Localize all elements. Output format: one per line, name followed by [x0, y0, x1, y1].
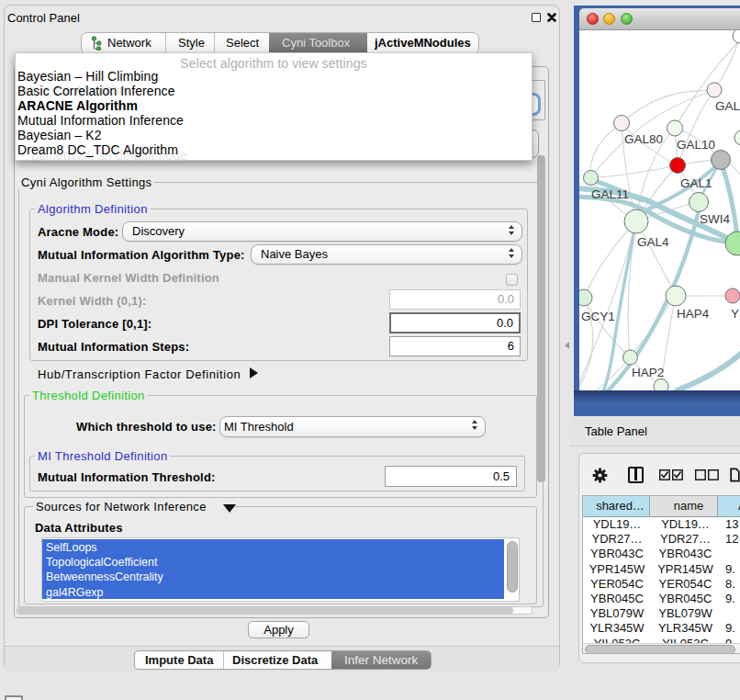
svg-text:GAL80: GAL80: [624, 132, 663, 146]
svg-text:SWI4: SWI4: [700, 212, 730, 226]
svg-text:HAP4: HAP4: [677, 307, 710, 321]
svg-text:GAL4: GAL4: [637, 235, 669, 249]
svg-text:Y: Y: [731, 307, 739, 321]
svg-text:GCY1: GCY1: [581, 310, 615, 323]
svg-text:GAL10: GAL10: [677, 138, 715, 152]
svg-text:GAL: GAL: [715, 99, 740, 113]
svg-text:GAL11: GAL11: [591, 187, 629, 201]
svg-text:HAP2: HAP2: [632, 366, 664, 379]
svg-text:GAL1: GAL1: [680, 176, 712, 190]
